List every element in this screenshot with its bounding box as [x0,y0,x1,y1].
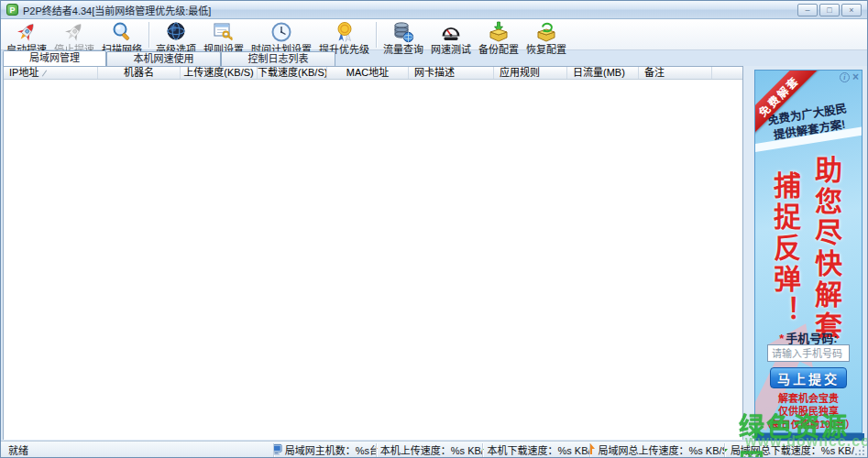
column-header-mac[interactable]: MAC地址 [327,67,409,79]
window-title: P2P终结者4.34[当前网络管理优先级:最低] [23,3,211,17]
watermark-site-name: 绿色资源网 [739,407,867,458]
content-area: IP地址 机器名 上传速度(KB/S) 下载速度(KB/S) MAC地址 网卡描… [1,66,867,441]
status-lan-upload: 局域网总上传速度：%s KB/S [590,442,724,458]
phone-input[interactable] [767,344,850,362]
title-bar: P P2P终结者4.34[当前网络管理优先级:最低] – □ × [1,1,867,19]
column-header-ip[interactable]: IP地址 [4,67,98,79]
database-globe-icon [391,20,415,44]
column-header-download-speed[interactable]: 下载速度(KB/S) [258,67,327,79]
phone-label: 手机号码: [786,332,837,345]
box-restore-icon [534,20,558,44]
minimize-button[interactable]: – [797,4,818,16]
down-arrow-icon [483,443,484,456]
status-local-upload: 本机上传速度：%s KB/S [377,442,482,458]
down-arrow-icon [725,443,728,456]
ad-note-line1: 解套机会宝贵 [755,392,862,405]
main-toolbar: 启动提速 停止提速 扫描网络 高级选项 规则设置 时间计划设置 提升优先级 流量… [1,19,867,50]
app-logo-icon: P [6,4,18,16]
column-header-remark[interactable]: 备注 [639,67,712,79]
status-host-count: 局域网主机数：%s台 [274,442,376,458]
medal-icon [333,20,357,44]
column-header-daily-traffic[interactable]: 日流量(MB) [567,67,639,79]
computer-icon [274,443,282,457]
toolbar-separator [148,22,149,48]
ad-close-icon[interactable]: × [852,72,859,82]
tab-local-speed-usage[interactable]: 本机网速使用 [106,51,221,66]
rocket-stop-icon [62,20,86,44]
ad-headline-right: 助您尽快解套 [812,156,840,343]
table-body-empty[interactable] [4,80,742,440]
column-header-nic-desc[interactable]: 网卡描述 [409,67,494,79]
tab-control-log-list[interactable]: 控制日志列表 [221,51,335,66]
window-controls: – □ × [797,4,862,16]
submit-button[interactable]: 马上提交 [770,367,847,388]
status-host-count-text: 局域网主机数：%s台 [285,442,376,457]
ad-panel[interactable]: 免费解套 i × 免费为广大股民 提供解套方案! 助您尽快解套 捕捉反弹！ *手… [754,70,863,433]
column-header-upload-speed[interactable]: 上传速度(KB/S) [181,67,258,79]
up-arrow-icon [377,443,378,456]
column-header-filler [712,67,742,79]
maximize-button[interactable]: □ [819,4,840,16]
required-asterisk: * [779,332,784,345]
host-table: IP地址 机器名 上传速度(KB/S) 下载速度(KB/S) MAC地址 网卡描… [3,66,743,440]
window-key-icon [212,20,236,44]
up-arrow-icon [590,443,595,456]
table-header-row: IP地址 机器名 上传速度(KB/S) 下载速度(KB/S) MAC地址 网卡描… [4,67,742,80]
watermark-site-url: www.downcc.com [745,433,868,450]
clock-icon [269,20,293,44]
gauge-icon [439,20,463,44]
app-window: { "window": { "title": "P2P终结者4.34[当前网络管… [0,0,868,458]
tab-bar: 局域网管理 本机网速使用 控制日志列表 [1,50,867,66]
column-header-rule[interactable]: 应用规则 [494,67,567,79]
ad-headline-left: 捕捉反弹！ [771,171,798,327]
ad-info-icon[interactable]: i [840,72,850,82]
rocket-start-icon [15,20,38,44]
tab-lan-management[interactable]: 局域网管理 [3,50,106,66]
status-lan-upload-text: 局域网总上传速度：%s KB/S [598,442,724,457]
status-bar: 就绪 局域网主机数：%s台 本机上传速度：%s KB/S 本机下载速度：%s K… [1,441,867,458]
column-header-machine-name[interactable]: 机器名 [98,67,181,79]
close-button[interactable]: × [841,4,862,16]
status-local-download-text: 本机下载速度：%s KB/S [487,442,589,457]
globe-icon [164,20,188,44]
box-download-icon [487,20,511,44]
status-ready: 就绪 [1,442,273,458]
status-local-upload-text: 本机上传速度：%s KB/S [380,442,482,457]
magnifier-icon [110,20,134,44]
status-local-download: 本机下载速度：%s KB/S [483,442,589,458]
toolbar-separator [376,22,377,48]
ad-controls: i × [840,72,859,82]
sort-icon [42,71,47,77]
